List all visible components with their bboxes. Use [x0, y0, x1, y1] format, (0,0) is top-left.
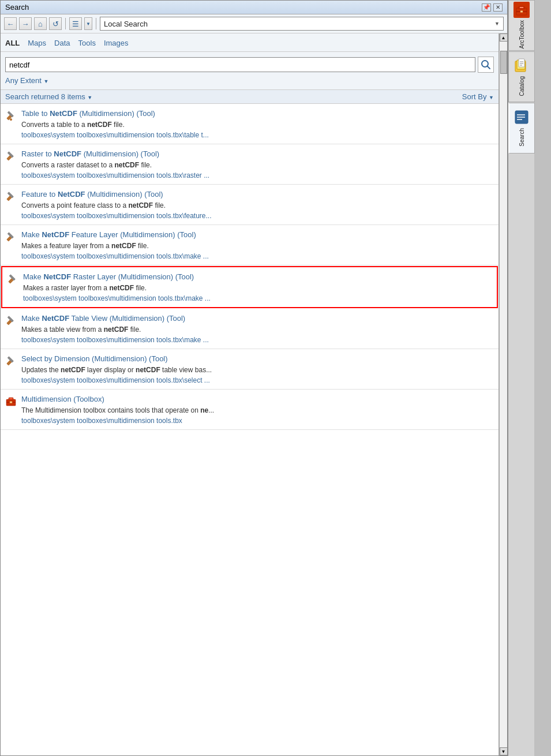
list-icon: ☰	[72, 20, 79, 28]
list-item: Select by Dimension (Multidimension) (To…	[1, 349, 498, 390]
tool-icon	[5, 150, 17, 162]
extent-link[interactable]: Any Extent ▼	[5, 76, 48, 85]
result-desc: Converts a point feature class to a netC…	[21, 201, 494, 211]
result-desc: The Multidimension toolbox contains tool…	[21, 406, 494, 416]
tab-maps[interactable]: Maps	[28, 37, 46, 51]
sort-by-link[interactable]: Sort By ▼	[462, 92, 494, 101]
sort-arrow-icon: ▼	[489, 95, 494, 100]
svg-rect-29	[519, 59, 524, 67]
sidebar-tab-catalog[interactable]: Catalog	[508, 51, 535, 102]
title-suffix: (Multidimension) (Tool)	[77, 109, 155, 118]
list-item: Multidimension (Toolbox) The Multidimens…	[1, 390, 498, 430]
scrollbar-thumb[interactable]	[500, 51, 507, 74]
result-title-link[interactable]: Make NetCDF Feature Layer (Multidimensio…	[21, 230, 196, 239]
result-title-link[interactable]: Multidimension (Toolbox)	[21, 395, 104, 403]
title-bold: NetCDF	[58, 190, 85, 199]
tool-icon	[7, 273, 18, 285]
toolbar-separator	[65, 18, 66, 29]
catalog-tab-label: Catalog	[519, 76, 525, 96]
title-prefix: Make	[21, 230, 42, 239]
arctoolbox-tab-label: ArcToolbox	[519, 20, 525, 48]
panel-title: Search	[5, 3, 29, 12]
title-suffix: (Multidimension) (Tool)	[81, 149, 159, 158]
search-panel-icon	[514, 110, 530, 126]
result-content: Make NetCDF Table View (Multidimension) …	[21, 313, 494, 344]
title-text: Multidimension (Toolbox)	[21, 395, 104, 403]
result-content: Make NetCDF Feature Layer (Multidimensio…	[21, 230, 494, 260]
svg-rect-26	[520, 11, 523, 13]
title-suffix: Table View (Multidimension) (Tool)	[69, 314, 185, 323]
tab-images[interactable]: Images	[104, 37, 129, 51]
list-button[interactable]: ☰	[69, 17, 82, 30]
pin-button[interactable]: 📌	[482, 3, 491, 12]
result-path[interactable]: toolboxes\system toolboxes\multidimensio…	[21, 336, 494, 344]
list-item: Make NetCDF Feature Layer (Multidimensio…	[1, 225, 498, 265]
result-path[interactable]: toolboxes\system toolboxes\multidimensio…	[21, 171, 494, 179]
toolbox-icon	[5, 395, 17, 407]
right-sidebar: ArcToolbox Catalog	[508, 0, 534, 756]
result-desc: Makes a table view from a netCDF file.	[21, 325, 494, 335]
title-bar: Search 📌 ✕	[1, 1, 507, 14]
list-dropdown-arrow[interactable]: ▼	[84, 17, 92, 30]
tabs-row: ALL Maps Data Tools Images	[1, 33, 498, 52]
results-count-link[interactable]: Search returned 8 items ▼	[5, 92, 92, 101]
result-content: Raster to NetCDF (Multidimension) (Tool)…	[21, 149, 494, 179]
results-count-arrow-icon: ▼	[87, 95, 92, 100]
result-path[interactable]: toolboxes\system toolboxes\multidimensio…	[21, 376, 494, 384]
extent-label: Any Extent	[5, 76, 42, 85]
refresh-button[interactable]: ↺	[49, 17, 62, 30]
sidebar-tab-search[interactable]: Search	[508, 103, 535, 154]
search-button[interactable]	[478, 57, 494, 73]
list-item: Table to NetCDF (Multidimension) (Tool) …	[1, 104, 498, 144]
scrollbar-up-arrow[interactable]: ▲	[500, 33, 508, 42]
list-item: Raster to NetCDF (Multidimension) (Tool)…	[1, 144, 498, 185]
result-path[interactable]: toolboxes\system toolboxes\multidimensio…	[21, 131, 494, 139]
result-path[interactable]: toolboxes\system toolboxes\multidimensio…	[23, 294, 492, 302]
tool-icon	[5, 315, 17, 326]
toolbar: ← → ⌂ ↺ ☰ ▼ Local Search ▼	[1, 14, 507, 33]
scrollbar-down-arrow[interactable]: ▼	[500, 747, 508, 755]
search-input[interactable]	[5, 57, 475, 72]
result-path[interactable]: toolboxes\system toolboxes\multidimensio…	[21, 417, 494, 425]
result-desc: Makes a feature layer from a netCDF file…	[21, 241, 494, 251]
result-content: Table to NetCDF (Multidimension) (Tool) …	[21, 108, 494, 139]
title-prefix: Raster to	[21, 149, 54, 158]
svg-rect-24	[520, 7, 523, 8]
result-title-link[interactable]: Make NetCDF Table View (Multidimension) …	[21, 314, 185, 323]
scope-label: Local Search	[104, 20, 148, 28]
svg-rect-21	[10, 401, 12, 403]
list-item: Feature to NetCDF (Multidimension) (Tool…	[1, 185, 498, 225]
result-title-link[interactable]: Select by Dimension (Multidimension) (To…	[21, 354, 168, 363]
catalog-icon	[513, 58, 530, 74]
list-item-highlighted: Make NetCDF Raster Layer (Multidimension…	[1, 266, 498, 308]
search-panel: Search 📌 ✕ ← → ⌂ ↺ ☰	[0, 0, 508, 756]
result-title-link[interactable]: Raster to NetCDF (Multidimension) (Tool)	[21, 149, 159, 158]
scrollbar[interactable]: ▲ ▼	[499, 33, 507, 755]
title-suffix: Raster Layer (Multidimension) (Tool)	[71, 272, 194, 281]
title-bold: NetCDF	[42, 230, 69, 239]
tab-all[interactable]: ALL	[5, 37, 20, 51]
result-path[interactable]: toolboxes\system toolboxes\multidimensio…	[21, 252, 494, 260]
title-suffix: (Multidimension) (Tool)	[85, 190, 163, 199]
sidebar-tab-arctoolbox[interactable]: ArcToolbox	[508, 0, 535, 51]
dropdown-arrow-icon: ▼	[86, 21, 91, 27]
title-prefix: Table to	[21, 109, 50, 118]
home-button[interactable]: ⌂	[34, 17, 47, 30]
result-title-link[interactable]: Make NetCDF Raster Layer (Multidimension…	[23, 272, 194, 281]
result-desc: Converts a table to a netCDF file.	[21, 120, 494, 130]
toolbar-separator-2	[96, 18, 96, 29]
search-scope-dropdown[interactable]: Local Search ▼	[100, 17, 504, 31]
tab-tools[interactable]: Tools	[78, 37, 96, 51]
title-prefix: Make	[23, 272, 43, 281]
svg-rect-19	[9, 398, 13, 399]
back-button[interactable]: ←	[4, 17, 17, 30]
arctoolbox-icon	[513, 2, 530, 18]
tab-data[interactable]: Data	[54, 37, 70, 51]
result-title-link[interactable]: Feature to NetCDF (Multidimension) (Tool…	[21, 190, 163, 199]
result-path[interactable]: toolboxes\system toolboxes\multidimensio…	[21, 212, 494, 220]
result-title-link[interactable]: Table to NetCDF (Multidimension) (Tool)	[21, 109, 155, 118]
result-content: Feature to NetCDF (Multidimension) (Tool…	[21, 189, 494, 220]
forward-icon: →	[22, 20, 29, 28]
close-button[interactable]: ✕	[493, 3, 503, 12]
forward-button[interactable]: →	[19, 17, 32, 30]
